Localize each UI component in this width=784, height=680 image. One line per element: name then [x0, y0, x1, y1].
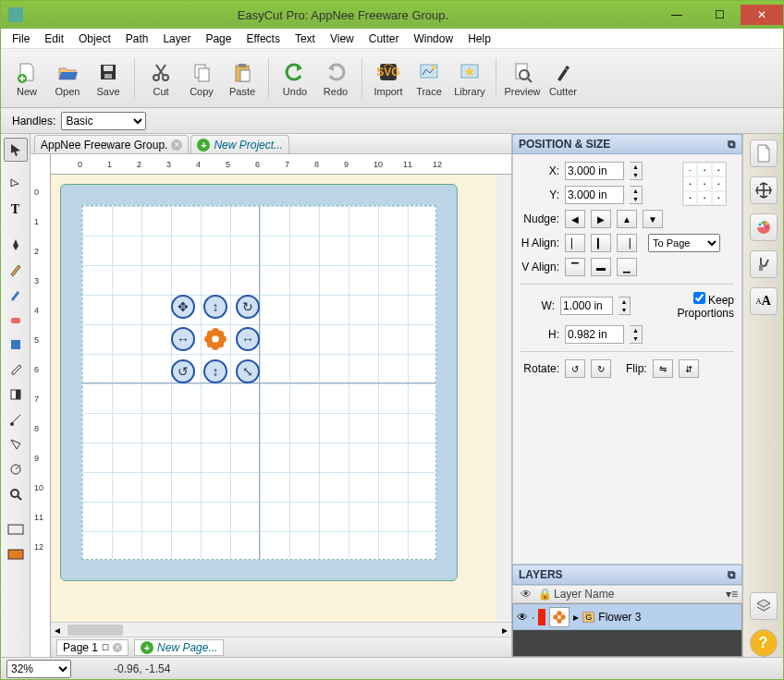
nudge-right-button[interactable]: ▶: [591, 210, 611, 228]
edit-node-tool[interactable]: [4, 173, 28, 197]
handle-stretch-h-icon[interactable]: ↔: [171, 327, 195, 351]
menu-path[interactable]: Path: [118, 30, 156, 47]
zoom-tool[interactable]: [4, 482, 28, 506]
dock-settings-button[interactable]: [750, 250, 778, 278]
menu-text[interactable]: Text: [288, 30, 323, 47]
gradient-tool[interactable]: [4, 382, 28, 407]
pen-tool[interactable]: [4, 233, 28, 257]
handles-select[interactable]: Basic: [61, 112, 146, 130]
handle-stretch-h-icon[interactable]: ↔: [236, 327, 260, 351]
menu-page[interactable]: Page: [198, 30, 239, 47]
minimize-button[interactable]: —: [655, 5, 698, 25]
menu-edit[interactable]: Edit: [37, 30, 71, 47]
maximize-button[interactable]: ☐: [698, 5, 741, 25]
measure-tool[interactable]: [4, 457, 28, 481]
handle-stretch-v-icon[interactable]: ↕: [203, 295, 227, 319]
selection-handles[interactable]: ✥ ↕ ↻ ↔ ↔ ↺ ↕ ⤡: [171, 295, 260, 383]
select-tool[interactable]: [4, 138, 28, 162]
handle-rotate-icon[interactable]: ↻: [236, 295, 260, 319]
cutter-button[interactable]: Cutter: [545, 53, 582, 104]
y-input[interactable]: 3.000 in: [565, 186, 624, 204]
paste-button[interactable]: Paste: [224, 53, 261, 104]
flip-v-button[interactable]: ⇵: [679, 359, 699, 378]
w-spinner[interactable]: ▲▼: [619, 297, 630, 315]
close-button[interactable]: ✕: [741, 5, 783, 25]
panel-popout-icon[interactable]: ⧉: [728, 138, 736, 151]
anchor-grid[interactable]: ⌐•• ••• •••: [682, 162, 727, 206]
menu-layer[interactable]: Layer: [155, 30, 198, 47]
tab-new-project[interactable]: + New Project...: [190, 135, 289, 153]
halign-center-button[interactable]: ▎: [591, 234, 611, 252]
canvas[interactable]: ✥ ↕ ↻ ↔ ↔ ↺ ↕ ⤡: [51, 175, 511, 622]
dock-color-button[interactable]: [750, 213, 778, 241]
open-button[interactable]: Open: [49, 53, 86, 104]
panel-popout-icon[interactable]: ⧉: [728, 568, 736, 581]
handle-scale-icon[interactable]: ⤡: [236, 359, 260, 383]
layer-row[interactable]: 👁 · ▸ G Flower 3: [513, 604, 741, 630]
redo-button[interactable]: Redo: [317, 53, 354, 104]
page-tab-new[interactable]: + New Page...: [134, 639, 224, 656]
fill-swatch[interactable]: [4, 542, 28, 566]
menu-window[interactable]: Window: [406, 30, 460, 47]
dock-transform-button[interactable]: [750, 176, 778, 204]
dock-document-button[interactable]: [750, 140, 778, 167]
menu-object[interactable]: Object: [71, 30, 118, 47]
lock-toggle[interactable]: ·: [532, 611, 534, 624]
brush-tool[interactable]: [4, 283, 28, 307]
new-button[interactable]: New: [8, 53, 45, 104]
rotate-cw-button[interactable]: ↻: [591, 359, 611, 378]
keep-proportions-checkbox[interactable]: [693, 292, 705, 304]
horizontal-scrollbar[interactable]: ◂▸: [51, 622, 511, 637]
nudge-left-button[interactable]: ◀: [565, 210, 585, 228]
zoom-select[interactable]: 32%: [6, 660, 71, 678]
x-spinner[interactable]: ▲▼: [630, 162, 643, 180]
y-spinner[interactable]: ▲▼: [630, 186, 643, 204]
flip-h-button[interactable]: ⇋: [653, 359, 673, 378]
trace-button[interactable]: Trace: [410, 53, 447, 104]
nudge-up-button[interactable]: ▲: [617, 210, 637, 228]
knife-tool[interactable]: [4, 407, 28, 431]
position-size-header[interactable]: POSITION & SIZE⧉: [512, 134, 742, 154]
menu-effects[interactable]: Effects: [239, 30, 287, 47]
menu-help[interactable]: Help: [460, 30, 498, 47]
text-tool[interactable]: T: [4, 198, 28, 222]
pencil-tool[interactable]: [4, 258, 28, 282]
halign-left-button[interactable]: ▏: [565, 234, 585, 252]
layer-color-swatch[interactable]: [538, 609, 545, 625]
copy-button[interactable]: Copy: [183, 53, 220, 104]
align-to-select[interactable]: To Page: [648, 234, 720, 252]
x-input[interactable]: 3.000 in: [565, 162, 624, 180]
layers-menu-icon[interactable]: ▾≡: [726, 588, 738, 601]
crop-tool[interactable]: [4, 432, 28, 456]
tab-doc1[interactable]: AppNee Freeware Group. ×: [34, 135, 189, 153]
close-icon[interactable]: ×: [113, 643, 122, 652]
dock-layers-button[interactable]: [750, 592, 778, 620]
dock-help-button[interactable]: ?: [750, 629, 778, 657]
eyedropper-tool[interactable]: [4, 358, 28, 382]
nudge-down-button[interactable]: ▼: [643, 210, 663, 228]
eraser-tool[interactable]: [4, 308, 28, 332]
valign-bottom-button[interactable]: ▁: [617, 258, 637, 276]
menu-view[interactable]: View: [323, 30, 361, 47]
cut-button[interactable]: Cut: [142, 53, 179, 104]
undo-button[interactable]: Undo: [276, 53, 313, 104]
close-icon[interactable]: ×: [171, 140, 182, 151]
layers-header[interactable]: LAYERS⧉: [512, 565, 742, 585]
halign-right-button[interactable]: ▕: [617, 234, 637, 252]
import-button[interactable]: SVGImport: [370, 53, 407, 104]
menu-cutter[interactable]: Cutter: [361, 30, 407, 47]
visibility-toggle[interactable]: 👁: [517, 611, 528, 624]
h-input[interactable]: 0.982 in: [565, 325, 624, 344]
rotate-ccw-button[interactable]: ↺: [565, 359, 585, 378]
menu-file[interactable]: File: [5, 30, 37, 47]
handle-move-icon[interactable]: ✥: [171, 295, 195, 319]
valign-middle-button[interactable]: ▬: [591, 258, 611, 276]
library-button[interactable]: Library: [451, 53, 488, 104]
shape-tool[interactable]: [4, 333, 28, 357]
flower-shape[interactable]: [203, 327, 227, 351]
vertical-scrollbar[interactable]: [496, 175, 511, 622]
preview-button[interactable]: Preview: [504, 53, 541, 104]
stroke-swatch[interactable]: [4, 517, 28, 541]
handle-stretch-v-icon[interactable]: ↕: [203, 359, 227, 383]
h-spinner[interactable]: ▲▼: [630, 325, 643, 344]
